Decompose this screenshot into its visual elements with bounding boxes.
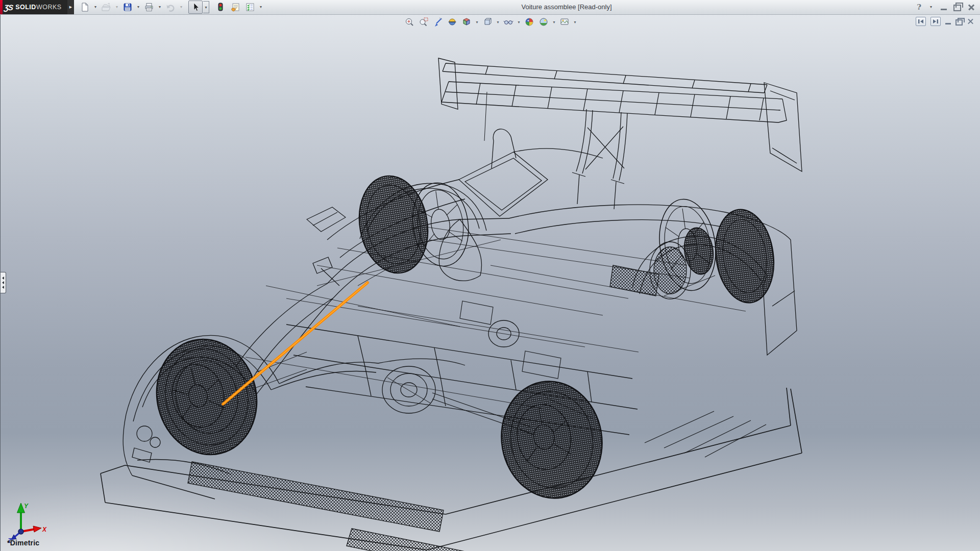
front-right-rim: [407, 179, 474, 269]
save-dropdown[interactable]: ▾: [135, 1, 141, 13]
file-properties-icon: [230, 2, 240, 12]
restore-icon[interactable]: [953, 5, 961, 11]
save-icon: [122, 2, 133, 12]
front-left-wheel: [144, 329, 268, 465]
view-orientation-icon: [461, 17, 472, 27]
save-button[interactable]: [120, 1, 135, 14]
car-wheels: [144, 170, 779, 506]
car-wireframe-lines: [101, 58, 802, 551]
feature-panel-collapse-tab[interactable]: [1, 272, 6, 293]
previous-view-button[interactable]: [431, 16, 445, 28]
minimize-icon[interactable]: [941, 9, 947, 10]
close-icon[interactable]: [968, 4, 975, 11]
collapse-arrow-icon: [2, 281, 4, 284]
help-button[interactable]: ?: [917, 3, 921, 12]
headsup-view-toolbar: ▾ ▾ ▾ ▾ ▾: [1, 16, 980, 28]
front-right-tire: [352, 170, 435, 279]
rear-right-tire: [710, 206, 780, 307]
display-style-button[interactable]: [481, 16, 494, 28]
apply-scene-button[interactable]: [537, 16, 550, 28]
triad-x-label: X: [42, 526, 47, 533]
select-button[interactable]: [188, 1, 203, 14]
print-icon: [144, 2, 154, 12]
document-window-controls: [916, 17, 974, 26]
options-checklist-icon: [245, 2, 255, 12]
rear-right-rim: [654, 195, 721, 294]
doc-minimize-icon[interactable]: [945, 23, 951, 24]
title-bar: ƷS SOLIDWORKS ▶ ▾ ▾ ▾ ▾ ▾ ▾ ▾: [0, 0, 980, 15]
wireframe-car-model: [1, 0, 980, 551]
reference-triad: Y X Z: [6, 500, 48, 544]
previous-view-icon: [433, 17, 443, 27]
apply-scene-dropdown[interactable]: ▾: [551, 20, 557, 24]
next-window-button[interactable]: [930, 17, 941, 26]
view-orientation-label: *Dimetric: [7, 539, 39, 547]
open-icon: [101, 2, 111, 12]
view-orientation-dropdown[interactable]: ▾: [474, 20, 480, 24]
previous-window-icon: [918, 19, 924, 24]
section-view-button[interactable]: [446, 16, 459, 28]
select-cursor-icon: [190, 2, 201, 12]
zoom-to-area-icon: [419, 17, 429, 27]
doc-restore-icon[interactable]: [955, 19, 963, 26]
new-document-button[interactable]: [78, 1, 92, 14]
menu-flyout-arrow[interactable]: ▶: [67, 0, 74, 14]
solidworks-wordmark: SOLIDWORKS: [15, 4, 61, 11]
collapse-arrow-icon: [2, 277, 4, 280]
options-dropdown[interactable]: ▾: [258, 1, 264, 13]
view-settings-button[interactable]: [558, 16, 571, 28]
window-controls: ? ▾: [917, 0, 975, 14]
solidworks-3s-icon: ƷS: [4, 3, 13, 12]
display-style-dropdown[interactable]: ▾: [495, 20, 501, 24]
zoom-to-fit-button[interactable]: [403, 16, 416, 28]
print-dropdown[interactable]: ▾: [157, 1, 163, 13]
view-settings-icon: [559, 17, 570, 27]
undo-dropdown[interactable]: ▾: [178, 1, 184, 13]
print-button[interactable]: [142, 1, 156, 14]
section-view-icon: [447, 17, 457, 27]
view-orientation-button[interactable]: [460, 16, 473, 28]
zoom-to-area-button[interactable]: [417, 16, 430, 28]
next-window-icon: [933, 19, 939, 24]
open-button[interactable]: [99, 1, 113, 14]
open-dropdown[interactable]: ▾: [114, 1, 120, 13]
select-dropdown[interactable]: ▾: [203, 1, 209, 13]
zoom-to-fit-icon: [404, 17, 414, 27]
previous-window-button[interactable]: [916, 17, 926, 26]
edit-appearance-button[interactable]: [523, 16, 536, 28]
doc-close-icon[interactable]: [967, 18, 974, 25]
display-style-icon: [482, 17, 493, 27]
traffic-light-icon: [215, 2, 226, 12]
hide-show-items-dropdown[interactable]: ▾: [516, 20, 522, 24]
file-properties-button[interactable]: [228, 1, 242, 14]
undo-icon: [165, 2, 176, 12]
graphics-area[interactable]: ▾ ▾ ▾ ▾ ▾ Y: [0, 14, 980, 551]
hide-show-items-button[interactable]: [502, 16, 515, 28]
solidworks-logo: ƷS SOLIDWORKS: [0, 0, 67, 14]
options-button[interactable]: [243, 1, 257, 14]
eyeglasses-icon: [503, 17, 513, 27]
rebuild-button[interactable]: [213, 1, 228, 14]
new-document-icon: [80, 2, 90, 12]
logo-red-accent: [0, 0, 3, 14]
main-toolbar: ▾ ▾ ▾ ▾ ▾ ▾ ▾: [78, 0, 264, 14]
rear-left-wheel: [493, 373, 611, 507]
help-dropdown[interactable]: ▾: [928, 1, 934, 13]
selected-edge[interactable]: [223, 283, 368, 404]
view-settings-dropdown[interactable]: ▾: [572, 20, 578, 24]
scene-sphere-icon: [538, 17, 549, 27]
collapse-arrow-icon: [2, 286, 4, 289]
triad-y-label: Y: [24, 503, 29, 510]
new-document-dropdown[interactable]: ▾: [92, 1, 99, 13]
undo-button[interactable]: [163, 1, 178, 14]
rear-brake-disc: [681, 226, 716, 277]
appearance-sphere-icon: [524, 17, 534, 27]
